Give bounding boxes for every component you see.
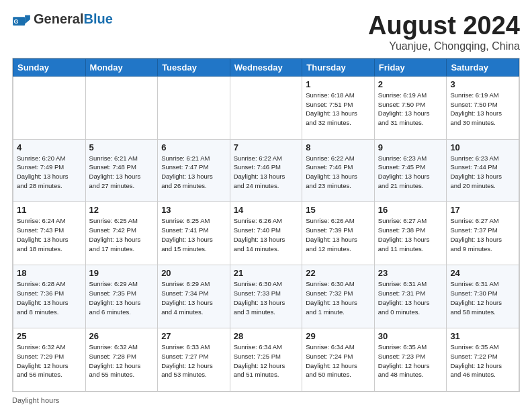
calendar-cell: 26Sunrise: 6:32 AM Sunset: 7:28 PM Dayli… xyxy=(85,328,158,392)
day-info: Sunrise: 6:28 AM Sunset: 7:36 PM Dayligh… xyxy=(17,279,82,316)
day-number: 31 xyxy=(450,331,515,341)
day-info: Sunrise: 6:24 AM Sunset: 7:43 PM Dayligh… xyxy=(17,216,82,253)
day-info: Sunrise: 6:18 AM Sunset: 7:51 PM Dayligh… xyxy=(306,91,371,128)
calendar-cell: 19Sunrise: 6:29 AM Sunset: 7:35 PM Dayli… xyxy=(85,265,158,328)
calendar-cell xyxy=(230,76,302,139)
day-info: Sunrise: 6:26 AM Sunset: 7:40 PM Dayligh… xyxy=(234,216,299,253)
day-number: 23 xyxy=(378,268,443,278)
calendar-cell: 12Sunrise: 6:25 AM Sunset: 7:42 PM Dayli… xyxy=(85,202,158,265)
calendar-week-row: 11Sunrise: 6:24 AM Sunset: 7:43 PM Dayli… xyxy=(13,202,519,265)
calendar-cell: 24Sunrise: 6:31 AM Sunset: 7:30 PM Dayli… xyxy=(447,265,519,328)
day-info: Sunrise: 6:32 AM Sunset: 7:28 PM Dayligh… xyxy=(89,342,154,379)
calendar-cell xyxy=(158,76,230,139)
day-info: Sunrise: 6:26 AM Sunset: 7:39 PM Dayligh… xyxy=(306,216,371,253)
calendar-cell: 9Sunrise: 6:23 AM Sunset: 7:45 PM Daylig… xyxy=(374,139,447,202)
logo-icon: G xyxy=(12,13,31,26)
day-number: 16 xyxy=(378,205,443,215)
day-info: Sunrise: 6:27 AM Sunset: 7:38 PM Dayligh… xyxy=(378,216,443,253)
calendar-cell: 2Sunrise: 6:19 AM Sunset: 7:50 PM Daylig… xyxy=(374,76,447,139)
calendar-cell: 20Sunrise: 6:29 AM Sunset: 7:34 PM Dayli… xyxy=(158,265,230,328)
weekday-header: Saturday xyxy=(447,58,519,76)
calendar-week-row: 1Sunrise: 6:18 AM Sunset: 7:51 PM Daylig… xyxy=(13,76,519,139)
day-number: 22 xyxy=(306,268,371,278)
calendar-cell: 27Sunrise: 6:33 AM Sunset: 7:27 PM Dayli… xyxy=(158,328,230,392)
title-area: August 2024 Yuanjue, Chongqing, China xyxy=(368,12,520,52)
calendar-cell: 28Sunrise: 6:34 AM Sunset: 7:25 PM Dayli… xyxy=(230,328,302,392)
day-info: Sunrise: 6:31 AM Sunset: 7:30 PM Dayligh… xyxy=(450,279,515,316)
day-number: 2 xyxy=(378,79,443,89)
calendar-cell: 21Sunrise: 6:30 AM Sunset: 7:33 PM Dayli… xyxy=(230,265,302,328)
day-info: Sunrise: 6:23 AM Sunset: 7:44 PM Dayligh… xyxy=(450,154,515,191)
day-info: Sunrise: 6:33 AM Sunset: 7:27 PM Dayligh… xyxy=(161,342,226,379)
calendar-week-row: 25Sunrise: 6:32 AM Sunset: 7:29 PM Dayli… xyxy=(13,328,519,392)
calendar-cell xyxy=(85,76,158,139)
location-subtitle: Yuanjue, Chongqing, China xyxy=(368,40,520,52)
weekday-header: Tuesday xyxy=(158,58,230,76)
day-number: 30 xyxy=(378,331,443,341)
calendar-cell xyxy=(13,76,86,139)
day-number: 7 xyxy=(234,142,299,152)
day-info: Sunrise: 6:31 AM Sunset: 7:31 PM Dayligh… xyxy=(378,279,443,316)
header: G GeneralBlue August 2024 Yuanjue, Chong… xyxy=(12,12,520,52)
calendar-week-row: 4Sunrise: 6:20 AM Sunset: 7:49 PM Daylig… xyxy=(13,139,519,202)
calendar-cell: 11Sunrise: 6:24 AM Sunset: 7:43 PM Dayli… xyxy=(13,202,86,265)
day-info: Sunrise: 6:21 AM Sunset: 7:47 PM Dayligh… xyxy=(161,154,226,191)
calendar-cell: 3Sunrise: 6:19 AM Sunset: 7:50 PM Daylig… xyxy=(447,76,519,139)
weekday-header: Friday xyxy=(374,58,447,76)
day-info: Sunrise: 6:29 AM Sunset: 7:34 PM Dayligh… xyxy=(161,279,226,316)
day-number: 21 xyxy=(234,268,299,278)
day-info: Sunrise: 6:32 AM Sunset: 7:29 PM Dayligh… xyxy=(17,342,82,379)
calendar-cell: 6Sunrise: 6:21 AM Sunset: 7:47 PM Daylig… xyxy=(158,139,230,202)
day-number: 24 xyxy=(450,268,515,278)
day-info: Sunrise: 6:19 AM Sunset: 7:50 PM Dayligh… xyxy=(450,91,515,128)
day-number: 17 xyxy=(450,205,515,215)
calendar-cell: 29Sunrise: 6:34 AM Sunset: 7:24 PM Dayli… xyxy=(302,328,375,392)
svg-marker-2 xyxy=(25,15,30,19)
day-number: 14 xyxy=(234,205,299,215)
weekday-header: Monday xyxy=(85,58,158,76)
weekday-header: Thursday xyxy=(302,58,375,76)
day-number: 11 xyxy=(17,205,82,215)
calendar-cell: 18Sunrise: 6:28 AM Sunset: 7:36 PM Dayli… xyxy=(13,265,86,328)
day-number: 26 xyxy=(89,331,154,341)
day-number: 6 xyxy=(161,142,226,152)
day-info: Sunrise: 6:19 AM Sunset: 7:50 PM Dayligh… xyxy=(378,91,443,128)
calendar-cell: 22Sunrise: 6:30 AM Sunset: 7:32 PM Dayli… xyxy=(302,265,375,328)
day-info: Sunrise: 6:25 AM Sunset: 7:41 PM Dayligh… xyxy=(161,216,226,253)
day-info: Sunrise: 6:30 AM Sunset: 7:32 PM Dayligh… xyxy=(306,279,371,316)
logo-text-area: GeneralBlue xyxy=(34,12,113,26)
month-title: August 2024 xyxy=(368,12,520,40)
logo-blue: Blue xyxy=(83,11,112,26)
day-number: 20 xyxy=(161,268,226,278)
day-info: Sunrise: 6:20 AM Sunset: 7:49 PM Dayligh… xyxy=(17,154,82,191)
day-number: 29 xyxy=(306,331,371,341)
day-number: 28 xyxy=(234,331,299,341)
calendar-week-row: 18Sunrise: 6:28 AM Sunset: 7:36 PM Dayli… xyxy=(13,265,519,328)
calendar-cell: 23Sunrise: 6:31 AM Sunset: 7:31 PM Dayli… xyxy=(374,265,447,328)
day-info: Sunrise: 6:27 AM Sunset: 7:37 PM Dayligh… xyxy=(450,216,515,253)
day-info: Sunrise: 6:30 AM Sunset: 7:33 PM Dayligh… xyxy=(234,279,299,316)
day-info: Sunrise: 6:22 AM Sunset: 7:46 PM Dayligh… xyxy=(234,154,299,191)
weekday-header-row: SundayMondayTuesdayWednesdayThursdayFrid… xyxy=(13,58,519,76)
day-number: 25 xyxy=(17,331,82,341)
calendar-cell: 7Sunrise: 6:22 AM Sunset: 7:46 PM Daylig… xyxy=(230,139,302,202)
day-info: Sunrise: 6:22 AM Sunset: 7:46 PM Dayligh… xyxy=(306,154,371,191)
day-number: 19 xyxy=(89,268,154,278)
day-number: 27 xyxy=(161,331,226,341)
day-info: Sunrise: 6:29 AM Sunset: 7:35 PM Dayligh… xyxy=(89,279,154,316)
calendar-cell: 13Sunrise: 6:25 AM Sunset: 7:41 PM Dayli… xyxy=(158,202,230,265)
logo-general: General xyxy=(34,11,83,26)
svg-marker-3 xyxy=(25,19,30,24)
day-number: 4 xyxy=(17,142,82,152)
daylight-label: Daylight hours xyxy=(12,396,59,404)
weekday-header: Sunday xyxy=(13,58,86,76)
day-info: Sunrise: 6:25 AM Sunset: 7:42 PM Dayligh… xyxy=(89,216,154,253)
day-number: 13 xyxy=(161,205,226,215)
calendar-cell: 8Sunrise: 6:22 AM Sunset: 7:46 PM Daylig… xyxy=(302,139,375,202)
calendar-cell: 30Sunrise: 6:35 AM Sunset: 7:23 PM Dayli… xyxy=(374,328,447,392)
calendar-cell: 4Sunrise: 6:20 AM Sunset: 7:49 PM Daylig… xyxy=(13,139,86,202)
calendar-cell: 31Sunrise: 6:35 AM Sunset: 7:22 PM Dayli… xyxy=(447,328,519,392)
calendar: SundayMondayTuesdayWednesdayThursdayFrid… xyxy=(12,58,520,392)
calendar-cell: 15Sunrise: 6:26 AM Sunset: 7:39 PM Dayli… xyxy=(302,202,375,265)
day-info: Sunrise: 6:23 AM Sunset: 7:45 PM Dayligh… xyxy=(378,154,443,191)
